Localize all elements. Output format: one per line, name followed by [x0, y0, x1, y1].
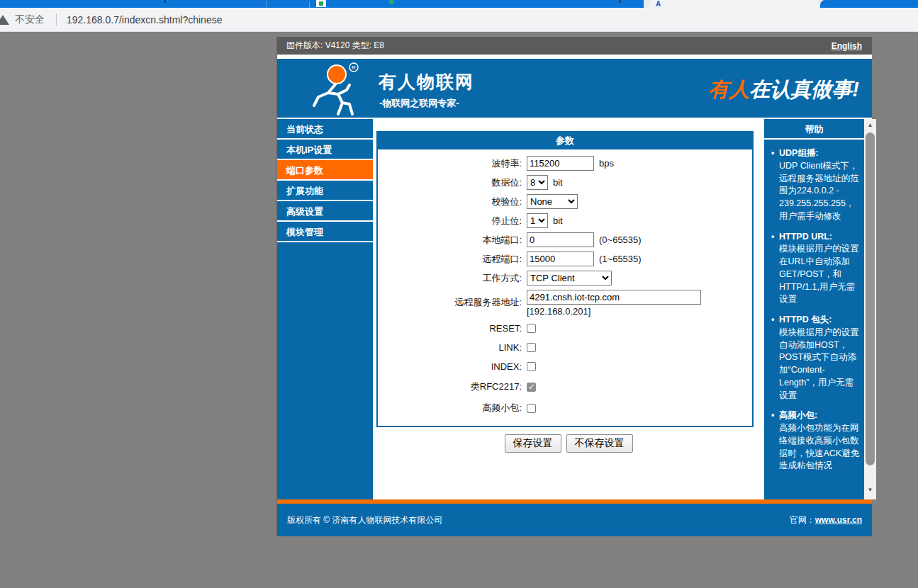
rfc2217-checkbox[interactable] [527, 383, 536, 392]
scrollbar-thumb[interactable] [866, 132, 875, 465]
brand-title: 有人物联网 [379, 70, 474, 94]
help-item-body: UDP Client模式下，远程服务器地址的范围为224.0.0.2 - 239… [779, 161, 859, 221]
high-freq-row: 高频小包: [378, 397, 752, 419]
parameters-panel: 参数 波特率: bps 数据位: 8 bit 校验位: None [376, 131, 754, 427]
remote-server-input[interactable] [527, 290, 701, 305]
high-freq-checkbox[interactable] [527, 404, 536, 413]
local-port-range-hint: (0~65535) [599, 234, 642, 245]
form-content-area: 参数 波特率: bps 数据位: 8 bit 校验位: None [373, 119, 764, 499]
work-mode-select[interactable]: TCP Client [527, 271, 612, 285]
help-item-head: HTTPD 包头: [779, 314, 860, 327]
remote-port-label: 远程端口: [378, 253, 527, 266]
sidebar-item-current-status[interactable]: 当前状态 [277, 119, 373, 140]
local-port-row: 本地端口: (0~65535) [378, 230, 752, 249]
not-secure-warning-icon [0, 15, 9, 25]
help-panel: 帮助 UDP组播:UDP Client模式下，远程服务器地址的范围为224.0.… [764, 119, 864, 499]
resolved-ip-note: [192.168.0.201] [527, 306, 701, 317]
local-port-input[interactable] [527, 232, 594, 247]
baud-rate-input[interactable] [527, 156, 594, 171]
help-item-httpd-header: HTTPD 包头:模块根据用户的设置自动添加HOST，POST模式下自动添加“C… [770, 314, 860, 402]
tab-favicon [316, 0, 326, 7]
reset-label: RESET: [378, 323, 527, 334]
local-port-label: 本地端口: [378, 234, 527, 247]
address-bar-url[interactable]: 192.168.0.7/indexcn.shtml?chinese [67, 14, 222, 26]
sidebar-item-extended-functions[interactable]: 扩展功能 [277, 181, 373, 201]
data-bits-label: 数据位: [378, 176, 527, 189]
stop-bits-row: 停止位: 1 bit [378, 211, 752, 230]
tab-fragment [164, 0, 166, 3]
save-settings-button[interactable]: 保存设置 [505, 434, 561, 453]
help-item-high-freq: 高频小包:高频小包功能为在网络端接收高频小包数据时，快速ACK避免造成粘包情况 [770, 409, 860, 473]
tab-divider [266, 1, 267, 8]
dont-save-settings-button[interactable]: 不保存设置 [566, 434, 633, 453]
browser-tab[interactable] [820, 0, 918, 8]
sidebar-item-port-params[interactable]: 端口参数 [277, 160, 373, 181]
sidebar-item-local-ip[interactable]: 本机IP设置 [277, 140, 373, 160]
browser-tab-active[interactable] [649, 0, 819, 8]
favicon-green-icon [319, 1, 323, 6]
scroll-up-icon[interactable]: ▲ [864, 119, 876, 131]
form-buttons: 保存设置 不保存设置 [376, 434, 761, 453]
link-checkbox[interactable] [527, 343, 536, 352]
help-title: 帮助 [764, 119, 864, 140]
rfc2217-row: 类RFC2217: [378, 376, 752, 397]
remote-server-row: 远程服务器地址: [192.168.0.201] [378, 288, 752, 319]
usr-website-link[interactable]: www.usr.cn [815, 515, 862, 525]
remote-port-input[interactable] [527, 251, 594, 266]
remote-server-label: 远程服务器地址: [378, 290, 527, 309]
work-mode-label: 工作方式: [378, 272, 527, 285]
help-item-head: UDP组播: [779, 147, 860, 160]
help-item-udp-multicast: UDP组播:UDP Client模式下，远程服务器地址的范围为224.0.0.2… [770, 147, 860, 223]
data-bits-unit: bit [553, 177, 563, 188]
tab-favicon-blue-icon: A [656, 0, 661, 8]
url-divider [56, 13, 57, 26]
copyright-text: 版权所有 © 济南有人物联网技术有限公司 [287, 514, 443, 526]
brand-slogan: 有人在认真做事! [708, 76, 859, 104]
usr-person-logo-icon: R [307, 62, 372, 115]
help-scrollbar[interactable]: ▲ ▼ [864, 119, 876, 499]
official-site-label: 官网： [790, 515, 815, 525]
svg-text:R: R [352, 64, 356, 71]
panel-body: 波特率: bps 数据位: 8 bit 校验位: None 停止位: [378, 149, 752, 426]
tab-divider [309, 1, 310, 8]
remote-port-row: 远程端口: (1~65535) [378, 249, 752, 268]
help-item-head: HTTPD URL: [779, 231, 860, 244]
help-list: UDP组播:UDP Client模式下，远程服务器地址的范围为224.0.0.2… [764, 140, 864, 473]
stop-bits-unit: bit [553, 215, 563, 226]
device-config-page: 固件版本: V4120 类型: E8 English R 有人物联网 -物联网之… [276, 37, 872, 536]
slogan-orange-part: 有人 [708, 78, 749, 101]
parity-select[interactable]: None [527, 194, 578, 209]
help-item-body: 模块根据用户的设置自动添加HOST，POST模式下自动添加“Content-Le… [779, 327, 859, 400]
link-row: LINK: [378, 338, 752, 357]
page-footer: 版权所有 © 济南有人物联网技术有限公司 官网：www.usr.cn [277, 504, 872, 536]
parity-row: 校验位: None [378, 192, 752, 211]
remote-port-range-hint: (1~65535) [599, 254, 642, 264]
index-row: INDEX: [378, 357, 752, 376]
sidebar-item-module-management[interactable]: 模块管理 [277, 222, 373, 242]
sidebar-item-advanced-settings[interactable]: 高级设置 [277, 201, 373, 222]
browser-toolbar: 不安全 192.168.0.7/indexcn.shtml?chinese [0, 8, 918, 32]
data-bits-select[interactable]: 8 [527, 175, 548, 190]
baud-rate-label: 波特率: [378, 157, 527, 170]
english-language-link[interactable]: English [832, 41, 862, 51]
data-bits-row: 数据位: 8 bit [378, 173, 752, 192]
index-checkbox[interactable] [527, 362, 536, 371]
work-mode-row: 工作方式: TCP Client [378, 268, 752, 288]
site-header: R 有人物联网 -物联网之联网专家- 有人在认真做事! [277, 59, 872, 118]
browser-tab-strip: A [0, 0, 918, 8]
index-label: INDEX: [378, 361, 527, 372]
firmware-version-label: 固件版本: V4120 类型: E8 [286, 40, 384, 52]
firmware-bar: 固件版本: V4120 类型: E8 English [277, 37, 872, 55]
reset-checkbox[interactable] [527, 324, 536, 333]
rfc2217-label: 类RFC2217: [378, 380, 527, 393]
reset-row: RESET: [378, 319, 752, 338]
scroll-down-icon[interactable]: ▼ [864, 484, 876, 496]
link-label: LINK: [378, 342, 527, 353]
baud-rate-row: 波特率: bps [378, 154, 752, 173]
stop-bits-label: 停止位: [378, 215, 527, 227]
brand-subtitle: -物联网之联网专家- [379, 97, 459, 110]
stop-bits-select[interactable]: 1 [527, 213, 548, 228]
not-secure-label[interactable]: 不安全 [15, 13, 45, 26]
panel-title: 参数 [378, 132, 752, 149]
official-site: 官网：www.usr.cn [790, 514, 862, 526]
